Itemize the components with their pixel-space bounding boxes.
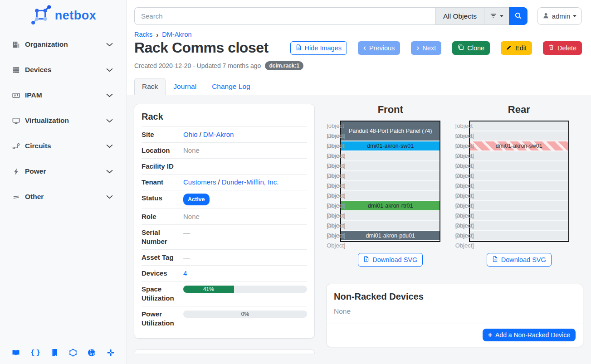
rack-unit[interactable]: Panduit 48-Port Patch Panel (74) (341, 121, 440, 141)
row-site: Site Ohio / DM-Akron (142, 126, 307, 142)
sidebar-item-power[interactable]: Power (12, 162, 113, 180)
title-row: Rack Comms closet Hide Images ‹ Previous… (127, 38, 591, 56)
left-column: Rack Site Ohio / DM-Akron Location None (134, 104, 315, 354)
sidebar-item-ipam[interactable]: IPAM (12, 86, 113, 104)
rear-unit-numbers: [object Object] [object Object] [object … (455, 121, 466, 241)
lightning-icon (12, 167, 21, 176)
book-open-icon[interactable] (12, 349, 20, 357)
search-input[interactable] (134, 7, 435, 25)
rack-unit[interactable] (341, 151, 440, 160)
row-devices: Devices 4 (142, 265, 307, 281)
space-utilization-fill: 41% (183, 286, 234, 293)
rack-unit[interactable] (470, 201, 568, 210)
separator: / (218, 178, 220, 187)
rack-unit[interactable]: dmi01-akron-sw01 (470, 141, 568, 150)
sidebar: netbox Organization Devices IPAM (0, 0, 127, 364)
unit-number: [object Object] (327, 181, 337, 191)
plus-icon: + (488, 331, 492, 339)
search-scope-button[interactable]: All Objects (435, 7, 484, 25)
user-menu[interactable]: admin (537, 7, 582, 25)
next-button[interactable]: › Next (411, 41, 441, 55)
tab-journal[interactable]: Journal (166, 78, 204, 95)
previous-label: Previous (369, 44, 395, 52)
rack-unit[interactable]: dmi01-akron-sw01 (341, 141, 440, 150)
add-non-racked-device-button[interactable]: + Add a Non-Racked Device (483, 329, 576, 341)
unit-number: [object Object] (455, 211, 466, 221)
row-location: Location None (142, 142, 307, 158)
caret-down-icon (500, 15, 503, 17)
rack-unit[interactable] (341, 181, 440, 190)
filter-icon (490, 12, 497, 20)
sidebar-item-circuits[interactable]: Circuits (12, 137, 113, 155)
rack-unit[interactable] (470, 151, 568, 160)
book-icon[interactable] (51, 349, 58, 357)
delete-button[interactable]: Delete (543, 41, 582, 55)
netbox-logo[interactable]: netbox (30, 5, 97, 26)
front-elevation: Front [object Object] [object Object] [o… (326, 104, 455, 267)
rack-unit[interactable] (470, 191, 568, 200)
power-utilization-bar: 0% (183, 311, 307, 318)
rack-unit[interactable] (470, 221, 568, 230)
search-filter-button[interactable] (484, 7, 509, 25)
github-icon[interactable] (88, 349, 96, 357)
site-region-link[interactable]: Ohio (183, 130, 198, 139)
sidebar-item-other[interactable]: Other (12, 188, 113, 206)
unit-number: [object Object] (455, 161, 466, 171)
unit-number: [object Object] (327, 131, 337, 141)
image-file-icon (296, 44, 302, 52)
chevron-right-icon: › (416, 44, 419, 52)
row-space-utilization: Space Utilization 41% (142, 281, 307, 306)
rack-unit[interactable] (470, 161, 568, 170)
rack-unit[interactable] (341, 171, 440, 180)
clone-label: Clone (467, 44, 484, 52)
unit-number: [object Object] (327, 231, 337, 241)
devices-count-link[interactable]: 4 (183, 269, 187, 278)
sidebar-nav: Organization Devices IPAM Virtualization (0, 26, 127, 342)
sidebar-item-organization[interactable]: Organization (12, 35, 113, 53)
download-svg-label: Download SVG (372, 256, 417, 263)
rack-unit[interactable] (470, 171, 568, 180)
tab-rack[interactable]: Rack (134, 78, 166, 95)
previous-button[interactable]: ‹ Previous (358, 41, 400, 55)
code-braces-icon[interactable]: { } (31, 349, 40, 357)
tab-change-log[interactable]: Change Log (204, 78, 258, 95)
edit-button[interactable]: Edit (501, 41, 532, 55)
breadcrumb-dm-akron[interactable]: DM-Akron (162, 31, 191, 38)
sidebar-item-virtualization[interactable]: Virtualization (12, 112, 113, 130)
rack-unit[interactable] (341, 221, 440, 230)
chevron-down-icon (106, 43, 113, 47)
status-badge: Active (183, 194, 210, 205)
rear-download-svg-button[interactable]: Download SVG (487, 253, 552, 267)
breadcrumb-racks[interactable]: Racks (134, 31, 152, 38)
graphql-icon[interactable] (69, 349, 77, 357)
non-racked-title: Non-Racked Devices (327, 284, 583, 306)
serial-number-value: — (183, 228, 190, 237)
slack-icon[interactable] (107, 349, 115, 357)
tenant-link[interactable]: Dunder-Mifflin, Inc. (222, 178, 279, 187)
rack-unit[interactable] (470, 181, 568, 190)
rack-unit[interactable] (470, 131, 568, 141)
rack-unit[interactable] (470, 211, 568, 220)
sidebar-dock: { } (0, 342, 127, 364)
unit-number: [object Object] (327, 151, 337, 161)
sidebar-item-devices[interactable]: Devices (12, 61, 113, 79)
rack-unit[interactable] (470, 121, 568, 131)
clone-button[interactable]: Clone (452, 41, 490, 55)
rack-unit[interactable]: dmi01-akron-pdu01 (341, 231, 440, 240)
front-download-svg-button[interactable]: Download SVG (358, 253, 423, 267)
rack-unit[interactable] (341, 161, 440, 170)
chevron-down-icon (106, 93, 113, 97)
rack-unit[interactable] (470, 231, 568, 240)
tenant-group-link[interactable]: Customers (183, 178, 216, 187)
site-link[interactable]: DM-Akron (203, 130, 234, 139)
rack-card-title: Rack (134, 104, 314, 126)
rack-unit[interactable]: dmi01-akron-rtr01 (341, 201, 440, 210)
chevron-down-icon (106, 195, 113, 199)
power-utilization-label: 0% (183, 311, 307, 318)
hide-images-button[interactable]: Hide Images (290, 41, 347, 55)
search-group: All Objects (134, 7, 528, 25)
search-submit-button[interactable] (509, 7, 528, 25)
rack-unit[interactable] (341, 191, 440, 200)
next-card-sliver (134, 349, 315, 354)
rack-unit[interactable] (341, 211, 440, 220)
